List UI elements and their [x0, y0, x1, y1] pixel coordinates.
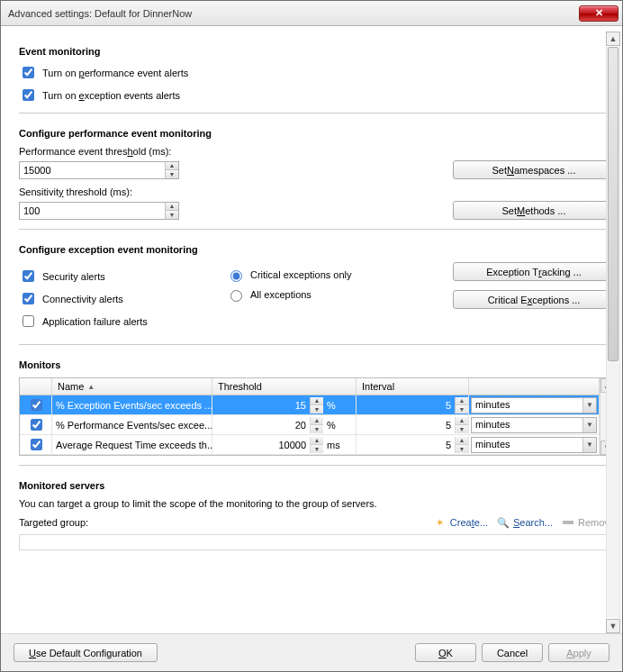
- ok-button[interactable]: OK: [415, 643, 476, 662]
- row-checkbox[interactable]: [31, 399, 42, 411]
- perf-threshold-input[interactable]: [20, 162, 165, 178]
- search-icon: 🔍: [497, 516, 510, 529]
- interval-spinner[interactable]: 5▲▼: [357, 417, 468, 433]
- cancel-button[interactable]: Cancel: [482, 643, 543, 662]
- chevron-down-icon[interactable]: ▼: [582, 438, 596, 452]
- chevron-down-icon[interactable]: ▼: [582, 398, 596, 413]
- spin-down-icon[interactable]: ▼: [456, 425, 468, 433]
- row-name: % Exception Events/sec exceeds ...: [52, 395, 212, 414]
- minus-icon: [562, 516, 574, 529]
- spin-up-icon[interactable]: ▲: [311, 437, 323, 446]
- section-perf-config: Configure performance event monitoring: [19, 128, 615, 139]
- monitors-grid: Name ▲ Threshold Interval % Exception Ev…: [19, 377, 615, 456]
- sparkle-icon: ✶: [434, 516, 447, 529]
- spin-up-icon[interactable]: ▲: [456, 417, 468, 426]
- dialog-footer: Use Default Configuration OK Cancel Appl…: [1, 633, 622, 671]
- spin-down-icon[interactable]: ▼: [166, 170, 178, 178]
- col-threshold[interactable]: Threshold: [212, 378, 357, 395]
- table-row[interactable]: % Performance Events/sec excee...20▲▼%5▲…: [20, 415, 600, 435]
- spin-down-icon[interactable]: ▼: [311, 425, 323, 433]
- divider: [19, 229, 615, 230]
- interval-spinner[interactable]: 5▲▼: [357, 397, 468, 413]
- interval-unit-select[interactable]: minutes▼: [471, 397, 597, 413]
- exc-alerts-input[interactable]: [23, 89, 34, 101]
- close-button[interactable]: ✕: [579, 5, 618, 22]
- spin-up-icon[interactable]: ▲: [456, 437, 468, 446]
- row-name: Average Request Time exceeds th...: [52, 435, 212, 454]
- dialog-body: Event monitoring Turn on performance eve…: [1, 26, 622, 633]
- perf-alerts-input[interactable]: [23, 67, 34, 78]
- spin-down-icon[interactable]: ▼: [456, 405, 468, 413]
- dialog-window: Advanced settings: Default for DinnerNow…: [0, 0, 623, 672]
- apply-button[interactable]: Apply: [548, 643, 609, 662]
- table-row[interactable]: Average Request Time exceeds th...10000▲…: [20, 435, 600, 455]
- spin-down-icon[interactable]: ▼: [311, 405, 323, 413]
- spin-up-icon[interactable]: ▲: [166, 162, 178, 171]
- sensitivity-input[interactable]: [20, 203, 165, 219]
- section-servers: Monitored servers: [19, 480, 615, 491]
- perf-threshold-label: Performance event threshold (ms):: [19, 146, 615, 157]
- row-checkbox[interactable]: [31, 419, 42, 431]
- scrollbar-thumb[interactable]: [608, 47, 618, 361]
- spin-up-icon[interactable]: ▲: [311, 397, 323, 406]
- table-row[interactable]: % Exception Events/sec exceeds ...15▲▼%5…: [20, 395, 600, 415]
- spin-down-icon[interactable]: ▼: [456, 445, 468, 453]
- spin-up-icon[interactable]: ▲: [311, 417, 323, 426]
- perf-threshold-spinner[interactable]: ▲▼: [19, 161, 179, 179]
- interval-unit-select[interactable]: minutes▼: [471, 437, 597, 453]
- servers-desc: You can target a group to limit the scop…: [19, 498, 615, 509]
- create-group-link[interactable]: ✶ Create...: [434, 516, 488, 529]
- all-exceptions-radio[interactable]: All exceptions: [226, 287, 388, 302]
- critical-exceptions-button[interactable]: Critical Exceptions ...: [453, 290, 615, 309]
- col-name[interactable]: Name ▲: [52, 378, 212, 395]
- use-default-button[interactable]: Use Default Configuration: [14, 643, 158, 662]
- divider: [19, 465, 615, 466]
- scroll-up-icon[interactable]: ▲: [606, 32, 620, 46]
- exc-alerts-checkbox[interactable]: Turn on exception events alerts: [19, 86, 615, 104]
- targeted-group-label: Targeted group:: [19, 517, 88, 528]
- section-exc-config: Configure exception event monitoring: [19, 244, 615, 255]
- titlebar[interactable]: Advanced settings: Default for DinnerNow…: [1, 1, 622, 26]
- section-monitors: Monitors: [19, 359, 615, 370]
- set-methods-button[interactable]: Set Methods ...: [453, 201, 615, 220]
- threshold-spinner[interactable]: 20▲▼%: [212, 417, 356, 433]
- sensitivity-label: Sensitivity threshold (ms):: [19, 186, 615, 197]
- chevron-down-icon[interactable]: ▼: [582, 418, 596, 432]
- perf-alerts-label: Turn on performance event alerts: [42, 68, 188, 78]
- row-name: % Performance Events/sec excee...: [52, 415, 212, 434]
- row-checkbox[interactable]: [31, 439, 42, 450]
- spin-up-icon[interactable]: ▲: [166, 203, 178, 212]
- spin-up-icon[interactable]: ▲: [456, 397, 468, 406]
- col-interval[interactable]: Interval: [357, 378, 469, 395]
- appfail-alerts-checkbox[interactable]: Application failure alerts: [19, 313, 208, 330]
- section-event-monitoring: Event monitoring: [19, 46, 615, 57]
- divider: [19, 344, 615, 345]
- col-unit[interactable]: [469, 378, 600, 395]
- window-title: Advanced settings: Default for DinnerNow: [8, 8, 579, 19]
- interval-unit-select[interactable]: minutes▼: [471, 417, 597, 433]
- critical-only-radio[interactable]: Critical exceptions only: [226, 268, 388, 282]
- threshold-spinner[interactable]: 15▲▼%: [212, 397, 356, 413]
- divider: [19, 113, 615, 114]
- security-alerts-checkbox[interactable]: Security alerts: [19, 268, 208, 285]
- connectivity-alerts-checkbox[interactable]: Connectivity alerts: [19, 290, 208, 307]
- targeted-group-box: [19, 534, 615, 550]
- set-namespaces-button[interactable]: Set Namespaces ...: [453, 160, 615, 179]
- exc-alerts-label: Turn on exception events alerts: [42, 90, 180, 101]
- threshold-spinner[interactable]: 10000▲▼ms: [212, 437, 356, 453]
- spin-down-icon[interactable]: ▼: [166, 211, 178, 219]
- scroll-down-icon[interactable]: ▼: [606, 619, 620, 633]
- perf-alerts-checkbox[interactable]: Turn on performance event alerts: [19, 64, 615, 81]
- monitors-header-row: Name ▲ Threshold Interval: [20, 378, 600, 395]
- body-scrollbar[interactable]: ▲ ▼: [606, 32, 620, 633]
- search-group-link[interactable]: 🔍 Search...: [497, 516, 553, 529]
- interval-spinner[interactable]: 5▲▼: [357, 437, 468, 453]
- spin-down-icon[interactable]: ▼: [311, 445, 323, 453]
- sort-asc-icon: ▲: [87, 383, 95, 391]
- sensitivity-spinner[interactable]: ▲▼: [19, 202, 179, 220]
- col-check[interactable]: [20, 378, 52, 395]
- exception-tracking-button[interactable]: Exception Tracking ...: [453, 262, 615, 281]
